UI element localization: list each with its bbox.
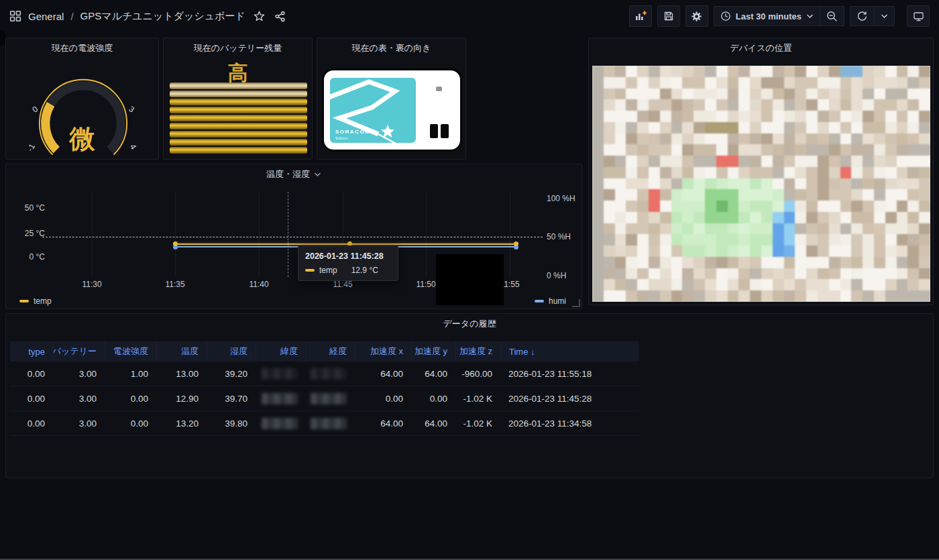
save-dashboard-button[interactable] (657, 5, 680, 27)
cell-time: 2026-01-23 11:55:18 (500, 369, 639, 379)
gridline (175, 192, 176, 277)
battery-bar (170, 139, 307, 146)
page-title[interactable]: GPSマルチユニットダッシュボード (80, 10, 245, 23)
column-header-signal[interactable]: 電波強度 (105, 341, 156, 361)
device-port (441, 124, 449, 138)
panel-device-location: デバイスの位置 (588, 38, 934, 305)
panel-title[interactable]: 現在の表・裏の向き (317, 42, 465, 54)
panel-title[interactable]: データの履歴 (6, 318, 933, 330)
battery-bar-gauge (170, 82, 307, 155)
breadcrumb-folder[interactable]: General (28, 11, 64, 22)
cell-accel-z: -1.02 K (455, 418, 500, 429)
tooltip-series-name: temp (319, 266, 337, 275)
cell-type: 0.00 (10, 394, 53, 404)
zoom-out-button[interactable] (820, 7, 844, 25)
monitor-icon (913, 11, 924, 22)
legend-item-temp[interactable]: temp (19, 296, 52, 306)
time-range-label: Last 30 minutes (736, 11, 802, 21)
battery-bar (170, 147, 307, 154)
column-header-accel-x[interactable]: 加速度 x (355, 341, 411, 361)
cell-temp: 13.00 (156, 369, 207, 379)
column-header-temp[interactable]: 温度 (156, 341, 207, 361)
dashboard-settings-button[interactable] (685, 5, 708, 27)
panel-title[interactable]: 温度・湿度 (266, 168, 310, 180)
table-row: 0.00 3.00 0.00 13.20 39.80 64.00 64.00 -… (10, 411, 639, 436)
data-table: type バッテリー 電波強度 温度 湿度 緯度 経度 加速度 x 加速度 y … (10, 341, 639, 436)
panel-device-orientation: 現在の表・裏の向き SORACOM Edition (317, 38, 466, 160)
device-brand: SORACOM (335, 129, 370, 135)
refresh-button[interactable] (850, 7, 874, 25)
column-header-longitude[interactable]: 経度 (306, 341, 355, 361)
column-header-accel-z[interactable]: 加速度 z (455, 341, 500, 361)
column-header-accel-y[interactable]: 加速度 y (411, 341, 455, 361)
cell-accel-y: 0.00 (411, 394, 455, 404)
series-line-temp (175, 243, 516, 245)
cell-signal: 0.00 (105, 394, 156, 404)
tv-mode-button[interactable] (907, 5, 930, 27)
cell-signal: 0.00 (105, 418, 156, 429)
x-axis-tick: 11:35 (155, 280, 195, 289)
tooltip-series-value: 12.9 °C (351, 266, 378, 275)
gridline (510, 192, 510, 277)
cell-latitude-redacted (256, 393, 306, 404)
column-header-time[interactable]: Time ↓ (500, 341, 639, 361)
cell-longitude-redacted (306, 368, 355, 380)
apps-grid-icon[interactable] (9, 10, 21, 22)
cell-battery: 3.00 (53, 369, 105, 379)
refresh-icon (857, 11, 868, 22)
column-header-type[interactable]: type (10, 341, 53, 361)
battery-bar (170, 99, 307, 105)
legend-label: humi (549, 296, 566, 306)
cell-humidity: 39.70 (207, 394, 256, 404)
right-axis-tick: 100 %H (547, 194, 575, 203)
x-axis-tick: 11:45 (323, 280, 363, 289)
panel-data-history: データの履歴 type バッテリー 電波強度 温度 湿度 緯度 経度 加速度 x… (5, 313, 934, 478)
column-header-humidity[interactable]: 湿度 (207, 341, 256, 361)
column-header-battery[interactable]: バッテリー (53, 341, 105, 361)
battery-bar (170, 115, 307, 121)
column-header-latitude[interactable]: 緯度 (256, 341, 306, 361)
panel-title[interactable]: 現在の電波強度 (6, 42, 158, 54)
cell-time: 2026-01-23 11:45:28 (500, 394, 639, 404)
legend-swatch-temp (19, 300, 29, 302)
refresh-interval-dropdown[interactable] (874, 7, 894, 25)
table-header-row: type バッテリー 電波強度 温度 湿度 緯度 経度 加速度 x 加速度 y … (10, 341, 639, 361)
cell-accel-y: 64.00 (411, 418, 455, 429)
table-row: 0.00 3.00 0.00 12.90 39.70 0.00 0.00 -1.… (10, 386, 639, 411)
grafana-dashboard: General / GPSマルチユニットダッシュボード (0, 0, 939, 560)
add-panel-button[interactable] (629, 5, 652, 27)
cell-battery: 3.00 (53, 418, 105, 429)
cell-type: 0.00 (10, 418, 53, 429)
panel-title[interactable]: 現在のバッテリー残量 (164, 42, 312, 54)
battery-bar (170, 107, 307, 113)
device-led (436, 87, 442, 91)
refresh-group (850, 6, 895, 26)
panel-title[interactable]: デバイスの位置 (589, 42, 933, 54)
data-point-temp (514, 241, 518, 246)
breadcrumb: General / GPSマルチユニットダッシュボード (28, 10, 245, 23)
battery-bar (170, 131, 307, 137)
clock-icon (720, 11, 731, 21)
star-icon[interactable] (254, 11, 265, 21)
panel-resize-handle[interactable] (572, 299, 580, 307)
device-sticker: SORACOM Edition (330, 78, 416, 143)
cell-battery: 3.00 (53, 394, 105, 404)
cell-accel-z: -1.02 K (455, 394, 500, 404)
cell-accel-x: 64.00 (355, 369, 411, 379)
zoom-out-icon (826, 11, 838, 22)
cell-accel-x: 64.00 (355, 418, 411, 429)
battery-bar (170, 123, 307, 129)
time-range-picker[interactable]: Last 30 minutes (714, 7, 820, 25)
chevron-down-icon (881, 13, 888, 19)
map-canvas[interactable] (592, 66, 930, 302)
sort-desc-icon: ↓ (531, 347, 535, 357)
crosshair-line (288, 192, 288, 277)
legend-item-humi[interactable]: humi (535, 296, 566, 306)
chevron-down-icon[interactable] (314, 172, 321, 177)
cell-accel-x: 0.00 (355, 394, 411, 404)
x-axis-tick: 11:40 (239, 280, 279, 289)
table-row: 0.00 3.00 1.00 13.00 39.20 64.00 64.00 -… (10, 361, 639, 386)
share-icon[interactable] (274, 11, 286, 22)
cell-longitude-redacted (306, 393, 355, 404)
data-point-temp (173, 241, 178, 246)
